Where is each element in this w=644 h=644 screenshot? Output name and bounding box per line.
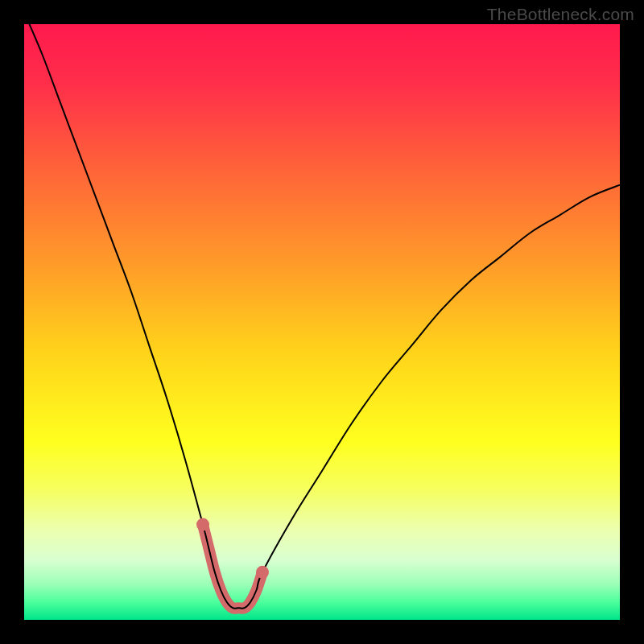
plot-area	[24, 24, 620, 620]
svg-rect-0	[24, 24, 620, 620]
chart-frame: TheBottleneck.com	[0, 0, 644, 644]
watermark-text: TheBottleneck.com	[487, 5, 634, 24]
gradient-background	[24, 24, 620, 620]
